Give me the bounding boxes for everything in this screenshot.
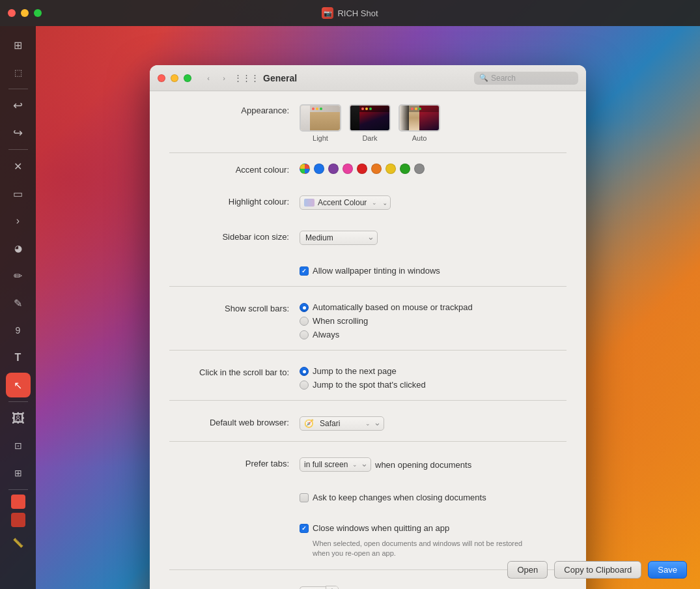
appearance-option-dark[interactable]: Dark [349, 104, 391, 142]
prefer-tabs-control: in full screen ⌄ when opening documents [300, 457, 567, 472]
browser-icon: 🧭 [304, 419, 314, 428]
sidebar-item-crop[interactable]: ⊡ [6, 433, 31, 458]
accent-red[interactable] [357, 164, 367, 174]
scroll-bars-always[interactable]: Always [300, 330, 473, 339]
accent-green[interactable] [400, 164, 410, 174]
scroll-bars-always-radio[interactable] [300, 330, 309, 339]
prefs-grid-button[interactable]: ⋮⋮⋮ [238, 72, 254, 85]
appearance-option-auto[interactable]: Auto [399, 104, 440, 142]
window-maximize-button[interactable] [34, 9, 42, 17]
scroll-bars-auto-radio[interactable] [300, 303, 309, 312]
accent-orange[interactable] [371, 164, 382, 174]
prefer-tabs-row: Prefer tabs: in full screen ⌄ when openi… [169, 457, 567, 482]
window-close-button[interactable] [8, 9, 16, 17]
sidebar-icon-size-label: Sidebar icon size: [169, 231, 300, 242]
sidebar-item-pen[interactable]: ✏ [6, 263, 31, 288]
sidebar-item-next[interactable]: › [6, 208, 31, 233]
default-browser-label: Default web browser: [169, 416, 300, 427]
appearance-thumb-auto[interactable] [399, 104, 440, 132]
highlight-colour-select[interactable]: Accent Colour ⌄ [300, 195, 391, 210]
prefs-search-icon: 🔍 [479, 74, 488, 82]
highlight-colour-value: Accent Colour [318, 198, 367, 207]
prefs-min-button[interactable] [171, 74, 178, 82]
open-button[interactable]: Open [507, 561, 548, 579]
sidebar-icon-size-row: Sidebar icon size: Small Medium Large [169, 231, 567, 255]
sidebar-color-red2[interactable] [11, 513, 25, 527]
sidebar-item-cancel[interactable]: ✕ [6, 154, 31, 179]
prefer-tabs-select-wrapper[interactable]: in full screen ⌄ [300, 457, 371, 472]
click-scroll-radio-group: Jump to the next page Jump to the spot t… [300, 366, 426, 390]
accent-blue[interactable] [314, 164, 324, 174]
sidebar-divider-1 [8, 89, 28, 89]
prefs-search-area[interactable]: 🔍 [474, 72, 578, 85]
highlight-colour-row: Highlight colour: Accent Colour ⌄ [169, 195, 567, 220]
prefs-max-button[interactable] [184, 74, 191, 82]
app-title-area: 📷 RICH Shot [322, 7, 378, 19]
close-windows-checkbox[interactable] [300, 524, 309, 533]
sidebar-icon-size-select[interactable]: Small Medium Large [300, 231, 378, 245]
scroll-bars-auto[interactable]: Automatically based on mouse or trackpad [300, 302, 473, 312]
keep-changes-row: Ask to keep changes when closing documen… [169, 493, 567, 513]
save-button[interactable]: Save [648, 561, 687, 579]
wallpaper-tinting-label [169, 266, 300, 267]
scroll-bars-scrolling[interactable]: When scrolling [300, 316, 473, 326]
close-windows-checkbox-row[interactable]: Close windows when quitting an app [300, 523, 449, 533]
wallpaper-tinting-item[interactable]: Allow wallpaper tinting in windows [300, 266, 440, 276]
prefer-tabs-select[interactable]: in full screen ⌄ [300, 457, 371, 472]
wallpaper-tinting-checkbox[interactable] [300, 266, 309, 276]
keep-changes-control: Ask to keep changes when closing documen… [300, 493, 567, 502]
accent-yellow[interactable] [385, 164, 396, 174]
prefs-window-title: General [263, 73, 469, 83]
default-browser-select[interactable]: 🧭 Safari ⌄ [300, 416, 384, 431]
default-browser-select-wrapper[interactable]: 🧭 Safari ⌄ [300, 416, 384, 431]
click-scroll-spot-radio[interactable] [300, 381, 309, 390]
click-scroll-spot[interactable]: Jump to the spot that's clicked [300, 380, 426, 390]
accent-multicolor[interactable] [300, 164, 310, 174]
prefs-nav: ‹ › [202, 72, 231, 85]
sidebar-item-rect[interactable]: ▭ [6, 181, 31, 206]
sidebar-item-cursor[interactable]: ↖ [6, 373, 31, 397]
copy-to-clipboard-button[interactable]: Copy to Clipboard [554, 561, 641, 579]
sidebar-item-text[interactable]: T [6, 345, 31, 370]
prefer-tabs-suffix: when opening documents [375, 460, 471, 470]
sidebar-item-selection[interactable]: ⬚ [6, 60, 31, 85]
sidebar-item-layers[interactable]: ⊞ [6, 33, 31, 57]
appearance-thumb-dark[interactable] [349, 104, 391, 132]
appearance-option-light[interactable]: Light [300, 104, 341, 142]
sidebar-color-red1[interactable] [11, 495, 25, 509]
prefs-back-button[interactable]: ‹ [202, 72, 215, 85]
sidebar-item-grid2[interactable]: ⊞ [6, 461, 31, 485]
accent-graphite[interactable] [414, 164, 425, 174]
close-windows-label [169, 523, 300, 524]
prefs-search-input[interactable] [491, 74, 573, 83]
sidebar-icon-size-select-wrapper[interactable]: Small Medium Large [300, 231, 378, 245]
appearance-label: Appearance: [169, 104, 300, 115]
click-scroll-next-page-radio[interactable] [300, 367, 309, 376]
window-minimize-button[interactable] [21, 9, 29, 17]
prefs-window: ‹ › ⋮⋮⋮ General 🔍 Appearance: [150, 65, 586, 589]
prefs-close-button[interactable] [158, 74, 165, 82]
sidebar-item-pencil[interactable]: ✎ [6, 291, 31, 315]
sidebar-item-number[interactable]: 9 [6, 318, 31, 343]
highlight-colour-select-wrapper[interactable]: Accent Colour ⌄ [300, 195, 391, 210]
accent-pink[interactable] [343, 164, 353, 174]
click-scroll-next-page[interactable]: Jump to the next page [300, 366, 426, 376]
accent-purple[interactable] [328, 164, 339, 174]
sidebar-item-fill[interactable]: ◕ [6, 236, 31, 261]
sidebar-item-image[interactable]: 🖼 [6, 406, 31, 431]
wallpaper-tinting-row: Allow wallpaper tinting in windows [169, 266, 567, 287]
click-scroll-next-page-label: Jump to the next page [313, 366, 397, 376]
prefs-forward-button[interactable]: › [217, 72, 231, 85]
appearance-options: Light [300, 104, 440, 142]
sidebar-divider-2 [8, 149, 28, 150]
scroll-bars-scrolling-radio[interactable] [300, 317, 309, 326]
scroll-bars-scrolling-label: When scrolling [313, 316, 368, 326]
keep-changes-checkbox[interactable] [300, 493, 309, 502]
appearance-thumb-light[interactable] [300, 104, 341, 132]
sidebar: ⊞ ⬚ ↩ ↪ ✕ ▭ › ◕ ✏ ✎ 9 T ↖ 🖼 ⊡ ⊞ 📏 [0, 26, 36, 589]
default-browser-row: Default web browser: 🧭 Safari ⌄ [169, 416, 567, 442]
sidebar-item-undo[interactable]: ↩ [6, 93, 31, 118]
keep-changes-item[interactable]: Ask to keep changes when closing documen… [300, 493, 486, 502]
sidebar-item-redo[interactable]: ↪ [6, 121, 31, 145]
sidebar-item-ruler[interactable]: 📏 [6, 530, 31, 555]
